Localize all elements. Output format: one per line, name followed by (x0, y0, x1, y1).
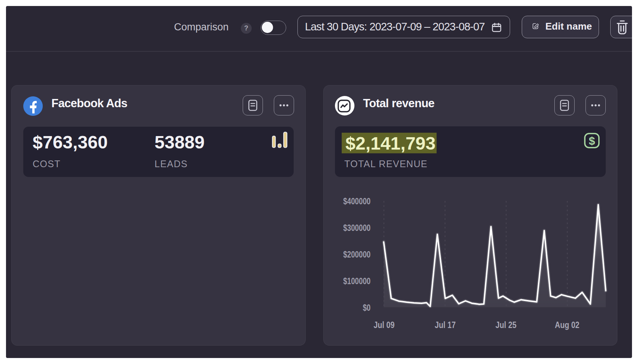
svg-text:$: $ (589, 135, 595, 147)
